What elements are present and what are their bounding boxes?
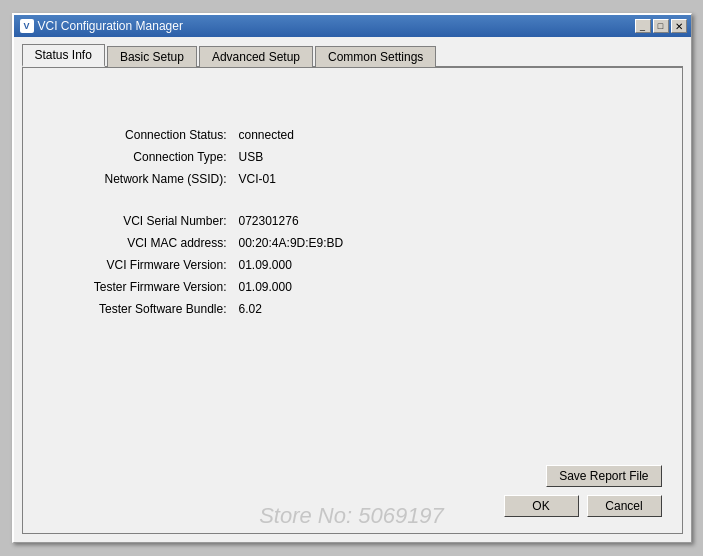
title-bar: V VCI Configuration Manager _ □ ✕ bbox=[14, 15, 691, 37]
value-serial: 072301276 bbox=[239, 214, 299, 228]
label-software-bundle: Tester Software Bundle: bbox=[39, 302, 239, 316]
app-icon: V bbox=[20, 19, 34, 33]
window-title: VCI Configuration Manager bbox=[38, 19, 183, 33]
label-network-name: Network Name (SSID): bbox=[39, 172, 239, 186]
save-report-button[interactable]: Save Report File bbox=[546, 465, 661, 487]
maximize-button[interactable]: □ bbox=[653, 19, 669, 33]
value-tester-firmware: 01.09.000 bbox=[239, 280, 292, 294]
vci-group: VCI Serial Number: 072301276 VCI MAC add… bbox=[39, 214, 666, 324]
value-connection-status: connected bbox=[239, 128, 294, 142]
info-row-connection-type: Connection Type: USB bbox=[39, 150, 666, 164]
value-vci-firmware: 01.09.000 bbox=[239, 258, 292, 272]
ok-cancel-row: OK Cancel bbox=[39, 495, 666, 517]
ok-button[interactable]: OK bbox=[504, 495, 579, 517]
label-mac: VCI MAC address: bbox=[39, 236, 239, 250]
label-tester-firmware: Tester Firmware Version: bbox=[39, 280, 239, 294]
main-window: V VCI Configuration Manager _ □ ✕ Status… bbox=[12, 13, 692, 543]
tab-basic-setup[interactable]: Basic Setup bbox=[107, 46, 197, 67]
label-connection-type: Connection Type: bbox=[39, 150, 239, 164]
label-serial: VCI Serial Number: bbox=[39, 214, 239, 228]
info-row-tester-firmware: Tester Firmware Version: 01.09.000 bbox=[39, 280, 666, 294]
value-connection-type: USB bbox=[239, 150, 264, 164]
info-row-mac: VCI MAC address: 00:20:4A:9D:E9:BD bbox=[39, 236, 666, 250]
info-row-software-bundle: Tester Software Bundle: 6.02 bbox=[39, 302, 666, 316]
title-bar-left: V VCI Configuration Manager bbox=[20, 19, 183, 33]
info-row-connection-status: Connection Status: connected bbox=[39, 128, 666, 142]
minimize-button[interactable]: _ bbox=[635, 19, 651, 33]
connection-group: Connection Status: connected Connection … bbox=[39, 128, 666, 194]
cancel-button[interactable]: Cancel bbox=[587, 495, 662, 517]
close-button[interactable]: ✕ bbox=[671, 19, 687, 33]
info-row-vci-firmware: VCI Firmware Version: 01.09.000 bbox=[39, 258, 666, 272]
tab-panel: Connection Status: connected Connection … bbox=[22, 68, 683, 534]
info-row-serial: VCI Serial Number: 072301276 bbox=[39, 214, 666, 228]
info-section: Connection Status: connected Connection … bbox=[39, 88, 666, 465]
tabs-row: Status Info Basic Setup Advanced Setup C… bbox=[22, 43, 683, 68]
info-row-network-name: Network Name (SSID): VCI-01 bbox=[39, 172, 666, 186]
content-area: Status Info Basic Setup Advanced Setup C… bbox=[14, 37, 691, 542]
save-report-row: Save Report File bbox=[39, 465, 666, 487]
tab-status-info[interactable]: Status Info bbox=[22, 44, 105, 67]
value-network-name: VCI-01 bbox=[239, 172, 276, 186]
bottom-section: Save Report File OK Cancel bbox=[39, 465, 666, 517]
value-mac: 00:20:4A:9D:E9:BD bbox=[239, 236, 344, 250]
title-controls: _ □ ✕ bbox=[635, 19, 687, 33]
tab-advanced-setup[interactable]: Advanced Setup bbox=[199, 46, 313, 67]
label-vci-firmware: VCI Firmware Version: bbox=[39, 258, 239, 272]
label-connection-status: Connection Status: bbox=[39, 128, 239, 142]
value-software-bundle: 6.02 bbox=[239, 302, 262, 316]
tab-common-settings[interactable]: Common Settings bbox=[315, 46, 436, 67]
